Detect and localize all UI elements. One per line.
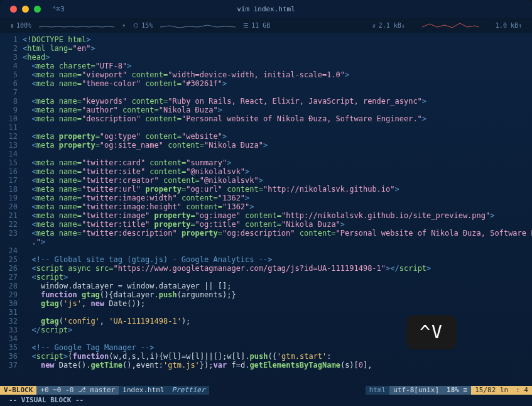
line-number: 15 [0, 158, 23, 167]
line-number: 6 [0, 79, 23, 88]
line-number: 36 [0, 352, 23, 361]
code-content[interactable] [23, 150, 532, 158]
line-number: 17 [0, 176, 23, 185]
code-content[interactable]: <script> [23, 273, 532, 282]
code-line[interactable]: 27 <script> [0, 273, 532, 282]
code-line[interactable]: 24 [0, 246, 532, 255]
code-content[interactable]: <meta name="twitter:url" property="og:ur… [23, 185, 532, 194]
keystroke-overlay: ^V [406, 315, 457, 349]
line-number: 27 [0, 273, 23, 282]
code-content[interactable]: ."> [23, 238, 532, 246]
code-line[interactable]: 25 <!-- Global site tag (gtag.js) - Goog… [0, 255, 532, 264]
code-content[interactable]: new Date().getTime(),event:'gtm.js'});va… [23, 361, 532, 370]
code-content[interactable]: <script async src="https://www.googletag… [23, 264, 532, 273]
code-content[interactable]: <meta name="twitter:image:width" content… [23, 194, 532, 202]
code-content[interactable]: <!DOCTYPE html> [23, 35, 532, 44]
code-line[interactable]: 28 window.dataLayer = window.dataLayer |… [0, 282, 532, 290]
line-number: 23 [0, 229, 23, 238]
line-number: 1 [0, 35, 23, 44]
code-line[interactable]: 20 <meta name="twitter:image:height" con… [0, 202, 532, 211]
code-line[interactable]: 17 <meta name="twitter:creator" content=… [0, 176, 532, 185]
code-line[interactable]: 26 <script async src="https://www.google… [0, 264, 532, 273]
code-content[interactable]: window.dataLayer = window.dataLayer || [… [23, 282, 532, 290]
code-content[interactable] [23, 308, 532, 317]
code-line[interactable]: 1<!DOCTYPE html> [0, 35, 532, 44]
code-content[interactable]: <meta property="og:type" content="websit… [23, 132, 532, 141]
code-line[interactable]: 22 <meta name="twitter:title" property="… [0, 220, 532, 229]
code-content[interactable]: <html lang="en"> [23, 44, 532, 53]
sparkline-1 [39, 22, 114, 28]
code-content[interactable]: <meta name="author" content="Nikola Đuza… [23, 106, 532, 114]
code-content[interactable]: <meta name="keywords" content="Ruby on R… [23, 97, 532, 106]
code-line[interactable]: 23 <meta name="twitter:description" prop… [0, 229, 532, 238]
code-content[interactable]: <meta charset="UTF-8"> [23, 62, 532, 70]
code-line[interactable]: 30 gtag('js', new Date()); [0, 299, 532, 308]
code-line[interactable]: 8 <meta name="keywords" content="Ruby on… [0, 97, 532, 106]
code-line[interactable]: 5 <meta name="viewport" content="width=d… [0, 70, 532, 79]
code-content[interactable] [23, 246, 532, 255]
code-content[interactable]: <meta name="viewport" content="width=dev… [23, 70, 532, 79]
system-statusbar: ▮ 100% ⚡ ⌬ 15% ☰ 11 GB ⇵ 2.1 kB↓ 1.0 kB↑ [0, 18, 532, 33]
code-line[interactable]: ."> [0, 238, 532, 246]
code-line[interactable]: 14 [0, 150, 532, 158]
code-line[interactable]: 18 <meta name="twitter:url" property="og… [0, 185, 532, 194]
code-line[interactable]: 15 <meta name="twitter:card" content="su… [0, 158, 532, 167]
code-content[interactable]: <head> [23, 53, 532, 62]
code-line[interactable]: 7 [0, 88, 532, 97]
prettier-segment: Prettier [168, 386, 209, 395]
code-content[interactable]: <meta name="twitter:image:height" conten… [23, 202, 532, 211]
net-down-stat: ⇵ 2.1 kB↓ [372, 22, 405, 29]
line-number: 32 [0, 317, 23, 326]
code-content[interactable]: <meta name="twitter:description" propert… [23, 229, 532, 238]
net-down-value: 2.1 kB↓ [379, 22, 405, 29]
code-line[interactable]: 6 <meta name="theme-color" content="#302… [0, 79, 532, 88]
code-content[interactable]: <meta name="theme-color" content="#30261… [23, 79, 532, 88]
code-content[interactable]: <meta name="twitter:site" content="@niko… [23, 167, 532, 176]
line-number: 18 [0, 185, 23, 194]
line-number: 9 [0, 106, 23, 114]
code-line[interactable]: 3<head> [0, 53, 532, 62]
code-content[interactable]: <meta name="description" content="Person… [23, 114, 532, 123]
code-content[interactable]: <!-- Global site tag (gtag.js) - Google … [23, 255, 532, 264]
line-number: 7 [0, 88, 23, 97]
code-line[interactable]: 12 <meta property="og:type" content="web… [0, 132, 532, 141]
line-number: 30 [0, 299, 23, 308]
code-line[interactable]: 13 <meta property="og:site_name" content… [0, 141, 532, 150]
code-content[interactable]: <meta name="twitter:title" property="og:… [23, 220, 532, 229]
code-content[interactable]: <script>(function(w,d,s,l,i){w[l]=w[l]||… [23, 352, 532, 361]
line-number: 26 [0, 264, 23, 273]
battery-stat: ▮ 100% [10, 22, 31, 29]
sparkline-3 [413, 22, 488, 28]
line-number: 37 [0, 361, 23, 370]
line-number: 24 [0, 246, 23, 255]
code-line[interactable]: 16 <meta name="twitter:site" content="@n… [0, 167, 532, 176]
code-content[interactable]: gtag('js', new Date()); [23, 299, 532, 308]
code-line[interactable]: 11 [0, 123, 532, 132]
zoom-icon[interactable] [34, 6, 41, 13]
close-icon[interactable] [10, 6, 17, 13]
code-line[interactable]: 4 <meta charset="UTF-8"> [0, 62, 532, 70]
code-line[interactable]: 2<html lang="en"> [0, 44, 532, 53]
minimize-icon[interactable] [22, 6, 29, 13]
code-line[interactable]: 37 new Date().getTime(),event:'gtm.js'})… [0, 361, 532, 370]
network-icon: ⇵ [372, 22, 376, 29]
mode-segment: V-BLOCK [0, 386, 36, 395]
code-line[interactable]: 19 <meta name="twitter:image:width" cont… [0, 194, 532, 202]
code-content[interactable]: <meta name="twitter:card" content="summa… [23, 158, 532, 167]
line-number: 10 [0, 114, 23, 123]
code-line[interactable]: 9 <meta name="author" content="Nikola Đu… [0, 106, 532, 114]
code-content[interactable]: <meta property="og:site_name" content="N… [23, 141, 532, 150]
code-content[interactable] [23, 88, 532, 97]
fan-icon: ⌬ [133, 22, 139, 29]
code-content[interactable] [23, 123, 532, 132]
line-number: 14 [0, 150, 23, 158]
code-line[interactable]: 36 <script>(function(w,d,s,l,i){w[l]=w[l… [0, 352, 532, 361]
cpu-stat: ⌬ 15% [133, 22, 153, 29]
code-content[interactable]: <meta name="twitter:image" property="og:… [23, 211, 532, 220]
code-content[interactable]: <meta name="twitter:creator" content="@n… [23, 176, 532, 185]
code-line[interactable]: 10 <meta name="description" content="Per… [0, 114, 532, 123]
code-line[interactable]: 21 <meta name="twitter:image" property="… [0, 211, 532, 220]
code-content[interactable]: function gtag(){dataLayer.push(arguments… [23, 290, 532, 299]
code-line[interactable]: 29 function gtag(){dataLayer.push(argume… [0, 290, 532, 299]
percent-segment: 18% ≡ [443, 386, 471, 395]
